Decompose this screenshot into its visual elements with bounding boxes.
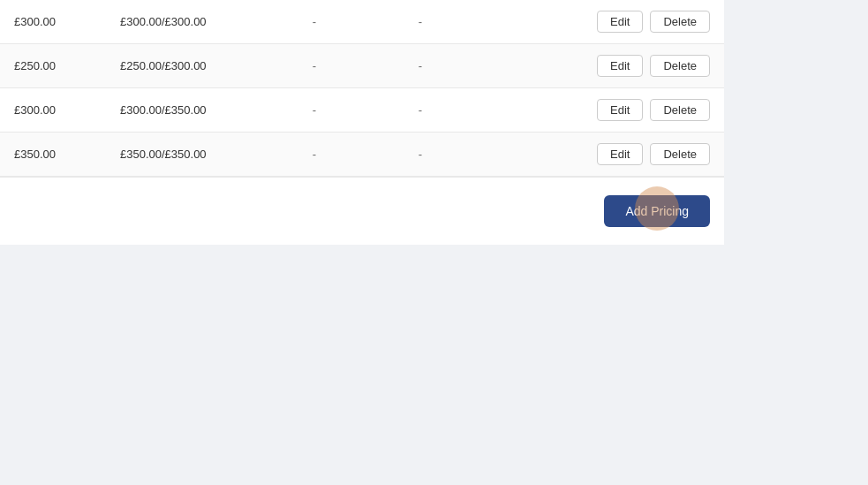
page-wrapper: £300.00 £300.00/£300.00 - - Edit Delete … bbox=[0, 0, 868, 485]
dash1-cell: - bbox=[261, 148, 367, 161]
dash1-cell: - bbox=[261, 59, 367, 72]
dash2-cell: - bbox=[367, 15, 473, 28]
dash1-cell: - bbox=[261, 103, 367, 117]
delete-button[interactable]: Delete bbox=[650, 55, 710, 77]
delete-button[interactable]: Delete bbox=[650, 143, 710, 165]
add-pricing-button[interactable]: Add Pricing bbox=[604, 195, 710, 227]
row-actions: Edit Delete bbox=[597, 143, 710, 165]
delete-button[interactable]: Delete bbox=[650, 11, 710, 33]
table-row: £300.00 £300.00/£300.00 - - Edit Delete bbox=[0, 0, 724, 44]
price-combined-cell: £350.00/£350.00 bbox=[120, 148, 261, 161]
edit-button[interactable]: Edit bbox=[597, 99, 643, 121]
price-combined-cell: £300.00/£300.00 bbox=[120, 15, 261, 28]
gray-area bbox=[0, 245, 868, 485]
table-container: £300.00 £300.00/£300.00 - - Edit Delete … bbox=[0, 0, 724, 177]
row-actions: Edit Delete bbox=[597, 99, 710, 121]
dash2-cell: - bbox=[367, 103, 473, 117]
dash2-cell: - bbox=[367, 148, 473, 161]
price-combined-cell: £300.00/£350.00 bbox=[120, 103, 261, 117]
bottom-section: Add Pricing bbox=[0, 177, 724, 245]
delete-button[interactable]: Delete bbox=[650, 99, 710, 121]
edit-button[interactable]: Edit bbox=[597, 11, 643, 33]
price-left-cell: £300.00 bbox=[14, 15, 120, 28]
edit-button[interactable]: Edit bbox=[597, 143, 643, 165]
edit-button[interactable]: Edit bbox=[597, 55, 643, 77]
price-left-cell: £250.00 bbox=[14, 59, 120, 72]
price-left-cell: £350.00 bbox=[14, 148, 120, 161]
table-row: £350.00 £350.00/£350.00 - - Edit Delete bbox=[0, 133, 724, 177]
row-actions: Edit Delete bbox=[597, 55, 710, 77]
row-actions: Edit Delete bbox=[597, 11, 710, 33]
table-row: £250.00 £250.00/£300.00 - - Edit Delete bbox=[0, 44, 724, 88]
table-row: £300.00 £300.00/£350.00 - - Edit Delete bbox=[0, 88, 724, 133]
price-combined-cell: £250.00/£300.00 bbox=[120, 59, 261, 72]
dash2-cell: - bbox=[367, 59, 473, 72]
dash1-cell: - bbox=[261, 15, 367, 28]
price-left-cell: £300.00 bbox=[14, 103, 120, 117]
